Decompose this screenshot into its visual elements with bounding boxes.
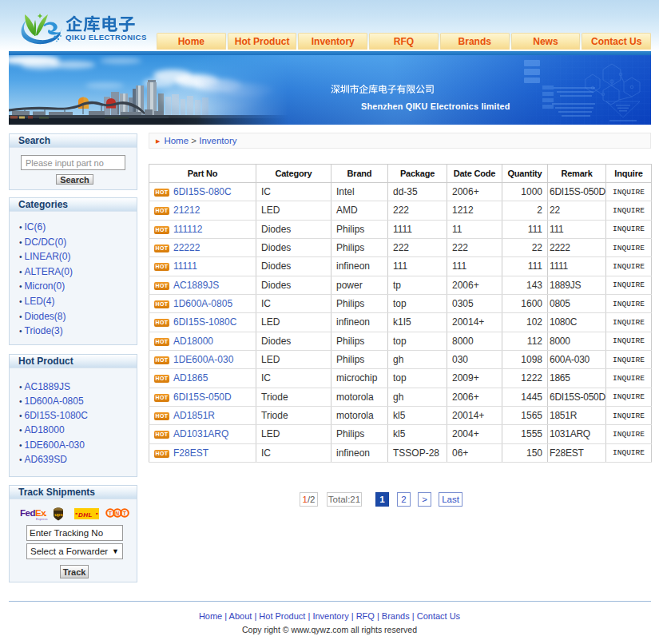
svg-text:Express: Express <box>36 517 47 521</box>
svg-text:N: N <box>115 511 119 516</box>
svg-text:Fed: Fed <box>20 508 35 518</box>
svg-text:ups: ups <box>54 512 63 517</box>
svg-text:DHL: DHL <box>78 511 93 519</box>
svg-text:T: T <box>123 511 127 516</box>
svg-text:T: T <box>109 511 113 516</box>
svg-text:Shenzhen QIKU Electronics limi: Shenzhen QIKU Electronics limited <box>361 101 510 111</box>
